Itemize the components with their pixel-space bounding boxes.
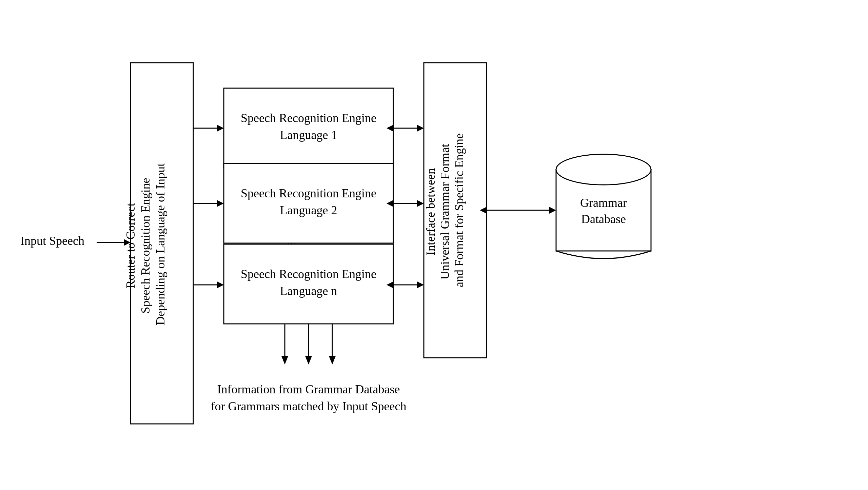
enginen-label-line1: Speech Recognition Engine [241, 267, 376, 281]
svg-marker-24 [281, 356, 288, 365]
grammar-db-label-line2: Database [581, 212, 626, 226]
svg-marker-15 [417, 281, 424, 288]
grammar-db-bottom [556, 251, 651, 259]
grammar-db-label-line1: Grammar [580, 196, 627, 210]
grammar-db-top [556, 154, 651, 185]
svg-marker-12 [417, 200, 424, 207]
footer-line2: for Grammars matched by Input Speech [211, 399, 407, 413]
footer-line1: Information from Grammar Database [217, 383, 400, 396]
svg-marker-3 [217, 125, 224, 132]
engine2-label-line2: Language 2 [280, 203, 337, 217]
svg-marker-21 [549, 207, 556, 214]
svg-marker-7 [217, 281, 224, 288]
svg-marker-5 [217, 200, 224, 207]
svg-marker-9 [417, 125, 424, 132]
engine1-label-line2: Language 1 [280, 128, 337, 142]
input-speech-label: Input Speech [20, 234, 84, 248]
svg-marker-28 [329, 356, 336, 365]
svg-marker-26 [305, 356, 312, 365]
enginen-label-line2: Language n [280, 284, 337, 298]
engine2-label-line1: Speech Recognition Engine [241, 187, 376, 200]
engine1-label-line1: Speech Recognition Engine [241, 111, 376, 125]
diagram-container: Input Speech Router to Correct Speech Re… [0, 0, 868, 490]
